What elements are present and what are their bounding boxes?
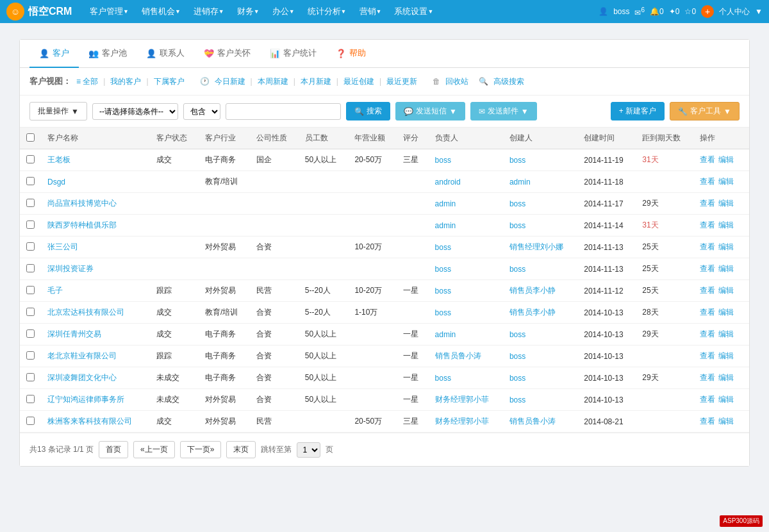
- tab-care[interactable]: 💝 客户关怀: [194, 40, 260, 68]
- edit-action[interactable]: 编辑: [718, 155, 734, 164]
- edit-action[interactable]: 编辑: [718, 351, 734, 360]
- customer-name-link[interactable]: 辽宁知鸿运律师事务所: [47, 395, 124, 404]
- creator-link[interactable]: 销售经理刘小娜: [509, 242, 563, 251]
- contains-select[interactable]: 包含: [183, 103, 220, 120]
- row-checkbox[interactable]: [26, 155, 35, 163]
- nav-item-settings[interactable]: 系统设置: [388, 0, 440, 23]
- customer-tool-button[interactable]: 🔧 客户工具 ▼: [670, 102, 740, 121]
- customer-name-link[interactable]: 深圳任青州交易: [47, 329, 101, 338]
- search-input[interactable]: [226, 103, 341, 120]
- row-checkbox[interactable]: [26, 373, 35, 381]
- edit-action[interactable]: 编辑: [718, 177, 734, 186]
- view-action[interactable]: 查看: [700, 329, 715, 338]
- customer-name-link[interactable]: 北京宏达科技有限公司: [47, 308, 124, 317]
- view-action[interactable]: 查看: [700, 220, 715, 229]
- view-action[interactable]: 查看: [700, 199, 715, 208]
- notice-icon[interactable]: 🔔0: [650, 7, 664, 16]
- row-checkbox[interactable]: [26, 329, 35, 338]
- owner-link[interactable]: android: [435, 178, 461, 187]
- nav-item-sales[interactable]: 销售机会: [135, 0, 187, 23]
- owner-link[interactable]: boss: [435, 265, 451, 274]
- row-checkbox[interactable]: [26, 242, 35, 251]
- tab-help[interactable]: ❓ 帮助: [326, 40, 376, 68]
- personal-center-link[interactable]: 个人中心: [719, 6, 750, 17]
- owner-link[interactable]: boss: [435, 308, 451, 317]
- owner-link[interactable]: boss: [435, 374, 451, 383]
- creator-link[interactable]: boss: [509, 330, 525, 339]
- creator-link[interactable]: 销售员鲁小涛: [509, 417, 556, 426]
- row-checkbox[interactable]: [26, 177, 35, 185]
- owner-link[interactable]: admin: [435, 199, 456, 208]
- creator-link[interactable]: boss: [509, 265, 525, 274]
- page-jump-select[interactable]: 1: [297, 442, 320, 458]
- owner-link[interactable]: 财务经理郭小菲: [435, 395, 489, 404]
- filter-month[interactable]: 本月新建: [301, 76, 331, 87]
- view-action[interactable]: 查看: [700, 155, 715, 164]
- nav-item-office[interactable]: 办公: [266, 0, 301, 23]
- filter-condition-select[interactable]: --请选择筛选条件--: [92, 103, 178, 120]
- row-checkbox[interactable]: [26, 395, 35, 403]
- customer-name-link[interactable]: 深圳凌舞团文化中心: [47, 373, 117, 382]
- owner-link[interactable]: 财务经理郭小菲: [435, 417, 489, 426]
- edit-action[interactable]: 编辑: [718, 264, 734, 273]
- batch-operation-button[interactable]: 批量操作 ▼: [29, 102, 87, 121]
- send-sms-button[interactable]: 💬 发送短信 ▼: [395, 102, 465, 121]
- customer-name-link[interactable]: 毛子: [47, 286, 63, 295]
- edit-action[interactable]: 编辑: [718, 199, 734, 208]
- view-action[interactable]: 查看: [700, 308, 715, 317]
- nav-item-inventory[interactable]: 进销存: [187, 0, 231, 23]
- creator-link[interactable]: admin: [509, 178, 531, 187]
- customer-name-link[interactable]: 尚品宣科技博览中心: [47, 199, 117, 208]
- creator-link[interactable]: 销售员李小静: [509, 286, 556, 295]
- view-my-link[interactable]: 我的客户: [110, 76, 141, 87]
- creator-link[interactable]: 销售员李小静: [509, 308, 556, 317]
- select-all-checkbox[interactable]: [26, 133, 35, 142]
- owner-link[interactable]: admin: [435, 221, 456, 230]
- filter-week[interactable]: 本周新建: [258, 76, 288, 87]
- next-page-button[interactable]: 下一页»: [180, 441, 222, 458]
- edit-action[interactable]: 编辑: [718, 373, 734, 382]
- new-customer-button[interactable]: + 新建客户: [611, 102, 665, 121]
- nav-item-customers[interactable]: 客户管理: [83, 0, 135, 23]
- customer-name-link[interactable]: 深圳投资证券: [47, 264, 94, 273]
- creator-link[interactable]: boss: [509, 352, 525, 361]
- edit-action[interactable]: 编辑: [718, 286, 734, 295]
- nav-item-stats[interactable]: 统计分析: [301, 0, 353, 23]
- view-action[interactable]: 查看: [700, 242, 715, 251]
- message-icon[interactable]: ✉6: [634, 6, 645, 17]
- view-action[interactable]: 查看: [700, 395, 715, 404]
- owner-link[interactable]: boss: [435, 156, 451, 165]
- nav-item-marketing[interactable]: 营销: [353, 0, 388, 23]
- creator-link[interactable]: boss: [509, 395, 525, 404]
- row-checkbox[interactable]: [26, 199, 35, 207]
- last-page-button[interactable]: 末页: [226, 441, 256, 458]
- edit-action[interactable]: 编辑: [718, 395, 734, 404]
- tab-contact[interactable]: 👤 联系人: [136, 40, 194, 68]
- creator-link[interactable]: boss: [509, 374, 525, 383]
- tab-stats[interactable]: 📊 客户统计: [260, 40, 326, 68]
- customer-name-link[interactable]: Dsgd: [47, 178, 65, 187]
- filter-today[interactable]: 今日新建: [215, 76, 245, 87]
- creator-link[interactable]: boss: [509, 199, 525, 208]
- customer-name-link[interactable]: 张三公司: [47, 242, 78, 251]
- owner-link[interactable]: 销售员鲁小涛: [435, 351, 481, 360]
- owner-link[interactable]: admin: [435, 330, 456, 339]
- row-checkbox[interactable]: [26, 351, 35, 360]
- row-checkbox[interactable]: [26, 308, 35, 316]
- prev-page-button[interactable]: «上一页: [133, 441, 175, 458]
- recycle-bin-link[interactable]: 回收站: [445, 76, 468, 87]
- plus-button[interactable]: +: [701, 5, 714, 18]
- view-action[interactable]: 查看: [700, 264, 715, 273]
- row-checkbox[interactable]: [26, 264, 35, 272]
- view-sub-link[interactable]: 下属客户: [154, 76, 185, 87]
- caret-icon[interactable]: ▼: [755, 7, 763, 16]
- edit-action[interactable]: 编辑: [718, 417, 734, 426]
- send-email-button[interactable]: ✉ 发送邮件 ▼: [470, 102, 537, 121]
- row-checkbox[interactable]: [26, 220, 35, 229]
- owner-link[interactable]: boss: [435, 287, 451, 295]
- star-icon[interactable]: ☆0: [684, 7, 696, 16]
- customer-name-link[interactable]: 株洲客来客科技有限公司: [47, 417, 132, 426]
- view-all-link[interactable]: ≡ 全部: [76, 76, 98, 87]
- edit-action[interactable]: 编辑: [718, 220, 734, 229]
- search-button[interactable]: 🔍 搜索: [346, 102, 390, 121]
